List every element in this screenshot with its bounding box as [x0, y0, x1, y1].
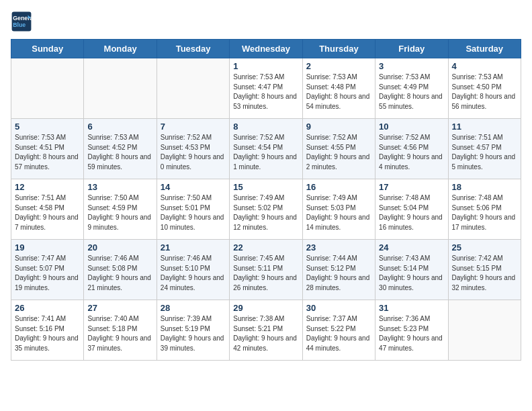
day-info: Sunrise: 7:50 AM Sunset: 4:59 PM Dayligh…	[87, 193, 152, 232]
weekday-header: Friday	[375, 40, 448, 58]
day-info: Sunrise: 7:44 AM Sunset: 5:12 PM Dayligh…	[306, 254, 371, 293]
calendar-cell: 4Sunrise: 7:53 AM Sunset: 4:50 PM Daylig…	[448, 58, 521, 119]
weekday-header: Monday	[84, 40, 157, 58]
calendar-cell: 15Sunrise: 7:49 AM Sunset: 5:02 PM Dayli…	[230, 179, 302, 240]
calendar-cell: 25Sunrise: 7:42 AM Sunset: 5:15 PM Dayli…	[448, 240, 521, 300]
day-number: 20	[87, 242, 152, 253]
calendar-cell: 18Sunrise: 7:48 AM Sunset: 5:06 PM Dayli…	[448, 179, 521, 240]
day-number: 3	[379, 61, 444, 71]
day-info: Sunrise: 7:51 AM Sunset: 4:58 PM Dayligh…	[15, 193, 80, 232]
calendar-cell: 27Sunrise: 7:40 AM Sunset: 5:18 PM Dayli…	[84, 300, 157, 361]
day-info: Sunrise: 7:39 AM Sunset: 5:19 PM Dayligh…	[161, 314, 226, 353]
day-number: 10	[379, 122, 444, 132]
calendar-cell: 20Sunrise: 7:46 AM Sunset: 5:08 PM Dayli…	[84, 240, 157, 300]
day-info: Sunrise: 7:53 AM Sunset: 4:51 PM Dayligh…	[15, 133, 80, 172]
day-info: Sunrise: 7:53 AM Sunset: 4:52 PM Dayligh…	[87, 133, 152, 172]
day-info: Sunrise: 7:51 AM Sunset: 4:57 PM Dayligh…	[452, 133, 517, 172]
calendar-cell	[84, 58, 157, 119]
day-number: 9	[306, 122, 371, 132]
day-info: Sunrise: 7:53 AM Sunset: 4:50 PM Dayligh…	[452, 73, 517, 111]
weekday-header: Wednesday	[230, 40, 302, 58]
day-number: 19	[15, 242, 80, 253]
calendar-header: SundayMondayTuesdayWednesdayThursdayFrid…	[11, 40, 521, 58]
day-info: Sunrise: 7:38 AM Sunset: 5:21 PM Dayligh…	[233, 314, 298, 353]
day-info: Sunrise: 7:42 AM Sunset: 5:15 PM Dayligh…	[452, 254, 517, 293]
day-info: Sunrise: 7:53 AM Sunset: 4:49 PM Dayligh…	[379, 73, 444, 111]
day-number: 13	[87, 182, 152, 192]
day-number: 24	[379, 242, 444, 253]
day-number: 4	[452, 61, 517, 71]
day-number: 17	[379, 182, 444, 192]
calendar-cell: 6Sunrise: 7:53 AM Sunset: 4:52 PM Daylig…	[84, 119, 157, 179]
day-number: 30	[306, 303, 371, 313]
calendar-cell: 29Sunrise: 7:38 AM Sunset: 5:21 PM Dayli…	[230, 300, 302, 361]
svg-text:General: General	[13, 15, 32, 21]
day-number: 8	[233, 122, 298, 132]
weekday-header: Sunday	[11, 40, 84, 58]
day-number: 29	[233, 303, 298, 313]
day-info: Sunrise: 7:50 AM Sunset: 5:01 PM Dayligh…	[161, 193, 226, 232]
calendar-cell: 13Sunrise: 7:50 AM Sunset: 4:59 PM Dayli…	[84, 179, 157, 240]
calendar-cell: 14Sunrise: 7:50 AM Sunset: 5:01 PM Dayli…	[157, 179, 229, 240]
day-info: Sunrise: 7:46 AM Sunset: 5:08 PM Dayligh…	[87, 254, 152, 293]
calendar-cell: 10Sunrise: 7:52 AM Sunset: 4:56 PM Dayli…	[375, 119, 448, 179]
logo-icon: General Blue	[11, 11, 32, 32]
calendar-cell: 31Sunrise: 7:36 AM Sunset: 5:23 PM Dayli…	[375, 300, 448, 361]
calendar-cell: 7Sunrise: 7:52 AM Sunset: 4:53 PM Daylig…	[157, 119, 229, 179]
calendar-cell: 8Sunrise: 7:52 AM Sunset: 4:54 PM Daylig…	[230, 119, 302, 179]
calendar-cell: 30Sunrise: 7:37 AM Sunset: 5:22 PM Dayli…	[302, 300, 375, 361]
calendar-cell: 1Sunrise: 7:53 AM Sunset: 4:47 PM Daylig…	[230, 58, 302, 119]
weekday-header: Saturday	[448, 40, 521, 58]
day-number: 15	[233, 182, 298, 192]
calendar-cell	[448, 300, 521, 361]
calendar-cell: 9Sunrise: 7:52 AM Sunset: 4:55 PM Daylig…	[302, 119, 375, 179]
calendar-table: SundayMondayTuesdayWednesdayThursdayFrid…	[11, 39, 521, 361]
day-info: Sunrise: 7:41 AM Sunset: 5:16 PM Dayligh…	[15, 314, 80, 353]
day-info: Sunrise: 7:49 AM Sunset: 5:03 PM Dayligh…	[306, 193, 371, 232]
day-number: 11	[452, 122, 517, 132]
day-number: 12	[15, 182, 80, 192]
calendar-cell: 16Sunrise: 7:49 AM Sunset: 5:03 PM Dayli…	[302, 179, 375, 240]
calendar-cell: 3Sunrise: 7:53 AM Sunset: 4:49 PM Daylig…	[375, 58, 448, 119]
day-info: Sunrise: 7:43 AM Sunset: 5:14 PM Dayligh…	[379, 254, 444, 293]
day-number: 16	[306, 182, 371, 192]
calendar-cell: 22Sunrise: 7:45 AM Sunset: 5:11 PM Dayli…	[230, 240, 302, 300]
calendar-cell: 5Sunrise: 7:53 AM Sunset: 4:51 PM Daylig…	[11, 119, 84, 179]
calendar-cell: 26Sunrise: 7:41 AM Sunset: 5:16 PM Dayli…	[11, 300, 84, 361]
day-number: 5	[15, 122, 80, 132]
day-info: Sunrise: 7:53 AM Sunset: 4:48 PM Dayligh…	[306, 73, 371, 111]
day-number: 25	[452, 242, 517, 253]
weekday-header: Thursday	[302, 40, 375, 58]
calendar-cell: 17Sunrise: 7:48 AM Sunset: 5:04 PM Dayli…	[375, 179, 448, 240]
calendar-cell: 11Sunrise: 7:51 AM Sunset: 4:57 PM Dayli…	[448, 119, 521, 179]
day-info: Sunrise: 7:40 AM Sunset: 5:18 PM Dayligh…	[87, 314, 152, 353]
day-info: Sunrise: 7:48 AM Sunset: 5:04 PM Dayligh…	[379, 193, 444, 232]
day-number: 1	[233, 61, 298, 71]
calendar-cell	[11, 58, 84, 119]
day-info: Sunrise: 7:37 AM Sunset: 5:22 PM Dayligh…	[306, 314, 371, 353]
day-info: Sunrise: 7:46 AM Sunset: 5:10 PM Dayligh…	[161, 254, 226, 293]
day-number: 31	[379, 303, 444, 313]
calendar-cell: 28Sunrise: 7:39 AM Sunset: 5:19 PM Dayli…	[157, 300, 229, 361]
day-info: Sunrise: 7:45 AM Sunset: 5:11 PM Dayligh…	[233, 254, 298, 293]
day-info: Sunrise: 7:53 AM Sunset: 4:47 PM Dayligh…	[233, 73, 298, 111]
day-number: 14	[161, 182, 226, 192]
day-number: 7	[161, 122, 226, 132]
calendar-cell: 24Sunrise: 7:43 AM Sunset: 5:14 PM Dayli…	[375, 240, 448, 300]
calendar-cell: 23Sunrise: 7:44 AM Sunset: 5:12 PM Dayli…	[302, 240, 375, 300]
day-info: Sunrise: 7:47 AM Sunset: 5:07 PM Dayligh…	[15, 254, 80, 293]
day-info: Sunrise: 7:52 AM Sunset: 4:56 PM Dayligh…	[379, 133, 444, 172]
day-number: 23	[306, 242, 371, 253]
day-number: 6	[87, 122, 152, 132]
day-number: 2	[306, 61, 371, 71]
calendar-cell: 21Sunrise: 7:46 AM Sunset: 5:10 PM Dayli…	[157, 240, 229, 300]
day-info: Sunrise: 7:48 AM Sunset: 5:06 PM Dayligh…	[452, 193, 517, 232]
calendar-cell: 2Sunrise: 7:53 AM Sunset: 4:48 PM Daylig…	[302, 58, 375, 119]
day-number: 27	[87, 303, 152, 313]
day-info: Sunrise: 7:52 AM Sunset: 4:54 PM Dayligh…	[233, 133, 298, 172]
day-info: Sunrise: 7:52 AM Sunset: 4:53 PM Dayligh…	[161, 133, 226, 172]
day-info: Sunrise: 7:52 AM Sunset: 4:55 PM Dayligh…	[306, 133, 371, 172]
calendar-cell: 19Sunrise: 7:47 AM Sunset: 5:07 PM Dayli…	[11, 240, 84, 300]
day-number: 22	[233, 242, 298, 253]
header: General Blue	[11, 11, 521, 32]
